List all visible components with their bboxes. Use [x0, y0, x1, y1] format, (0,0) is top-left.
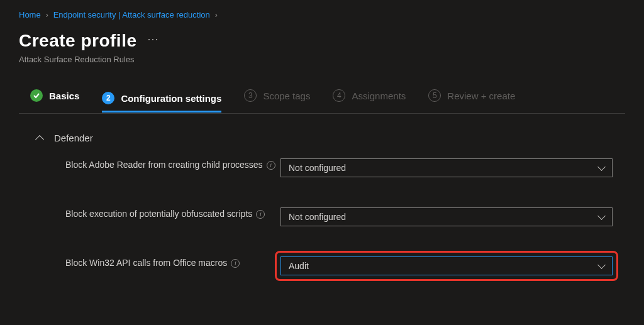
step-number-icon: 5	[428, 89, 441, 102]
section-defender-toggle[interactable]: Defender	[19, 129, 625, 158]
step-number-icon: 4	[333, 89, 345, 102]
dropdown-win32-api[interactable]: Audit	[280, 256, 613, 275]
step-number-icon: 3	[244, 89, 257, 102]
page-title: Create profile	[19, 31, 137, 51]
setting-label-text: Block Adobe Reader from creating child p…	[65, 158, 263, 172]
step-assignments[interactable]: 4 Assignments	[333, 89, 406, 108]
setting-label: Block execution of potentially obfuscate…	[65, 207, 280, 221]
step-label: Basics	[49, 91, 79, 101]
dropdown-value: Not configured	[289, 163, 346, 173]
dropdown-adobe-reader[interactable]: Not configured	[280, 158, 613, 177]
setting-label-text: Block Win32 API calls from Office macros	[65, 256, 227, 270]
info-icon[interactable]: i	[231, 259, 240, 268]
setting-row: Block Adobe Reader from creating child p…	[19, 158, 625, 177]
step-basics[interactable]: Basics	[30, 89, 79, 108]
setting-label: Block Adobe Reader from creating child p…	[65, 158, 280, 172]
chevron-up-icon	[35, 135, 44, 143]
chevron-right-icon: ›	[215, 11, 218, 19]
chevron-down-icon	[597, 261, 606, 269]
stepper: Basics 2 Configuration settings 3 Scope …	[19, 89, 625, 114]
step-configuration-settings[interactable]: 2 Configuration settings	[102, 92, 221, 113]
more-icon[interactable]: ⋯	[147, 32, 160, 50]
step-label: Configuration settings	[121, 93, 221, 104]
setting-row: Block execution of potentially obfuscate…	[19, 207, 625, 226]
info-icon[interactable]: i	[256, 210, 265, 219]
chevron-right-icon: ›	[46, 11, 48, 19]
setting-label: Block Win32 API calls from Office macros…	[65, 256, 280, 270]
dropdown-value: Not configured	[289, 212, 346, 222]
step-number-icon: 2	[102, 92, 114, 104]
highlight-annotation: Audit	[275, 251, 618, 281]
dropdown-value: Audit	[289, 261, 309, 271]
chevron-down-icon	[597, 212, 606, 220]
step-scope-tags[interactable]: 3 Scope tags	[244, 89, 310, 108]
step-label: Review + create	[447, 91, 515, 101]
section-name: Defender	[54, 133, 93, 143]
step-label: Assignments	[352, 91, 406, 101]
page-subtitle: Attack Surface Reduction Rules	[19, 55, 625, 64]
breadcrumb-home[interactable]: Home	[19, 10, 41, 19]
dropdown-obfuscated-scripts[interactable]: Not configured	[280, 207, 613, 226]
chevron-down-icon	[597, 163, 606, 171]
check-icon	[30, 89, 43, 102]
setting-label-text: Block execution of potentially obfuscate…	[65, 207, 252, 221]
step-review-create[interactable]: 5 Review + create	[428, 89, 515, 108]
step-label: Scope tags	[263, 91, 310, 101]
setting-row: Block Win32 API calls from Office macros…	[19, 256, 625, 275]
breadcrumb: Home › Endpoint security | Attack surfac…	[19, 10, 625, 19]
info-icon[interactable]: i	[267, 161, 275, 170]
breadcrumb-endpoint-security[interactable]: Endpoint security | Attack surface reduc…	[53, 10, 210, 19]
